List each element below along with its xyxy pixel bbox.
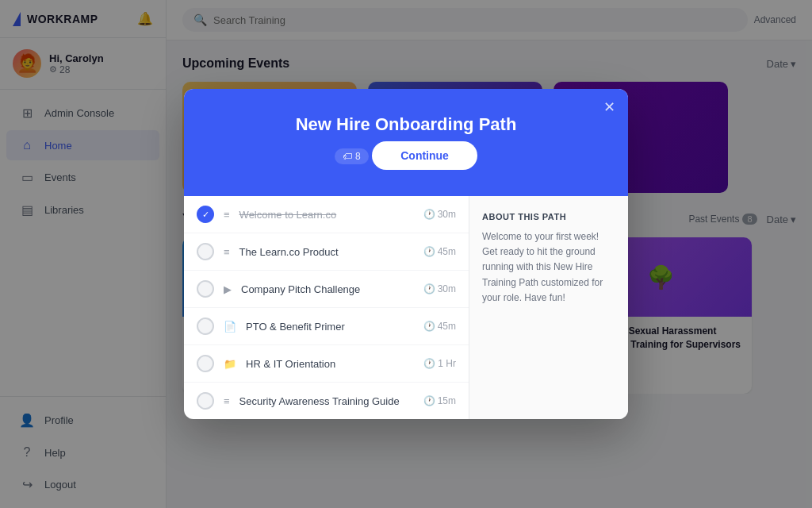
item-name: The Learn.co Product: [239, 246, 414, 258]
item-name: PTO & Benefit Primer: [246, 321, 414, 333]
modal-header: ✕ New Hire Onboarding Path 🏷 8 Continue: [184, 89, 628, 196]
item-check-icon: ✓: [197, 206, 214, 223]
item-duration: 🕐 45m: [423, 321, 456, 332]
item-check-icon: [197, 318, 214, 335]
item-name: Welcome to Learn.co: [239, 209, 414, 221]
modal-continue-button[interactable]: Continue: [372, 141, 477, 170]
modal-overlay[interactable]: ✕ New Hire Onboarding Path 🏷 8 Continue …: [0, 0, 812, 508]
play-icon: ▶: [224, 283, 232, 295]
clock-icon: 🕐: [423, 358, 435, 369]
item-name: HR & IT Orientation: [246, 358, 414, 370]
item-duration: 🕐 30m: [423, 283, 456, 294]
list-item[interactable]: 📁 HR & IT Orientation 🕐 1 Hr: [184, 345, 469, 383]
item-duration: 🕐 45m: [423, 246, 456, 257]
item-check-icon: [197, 392, 214, 410]
item-duration: 🕐 30m: [423, 209, 456, 220]
modal-close-button[interactable]: ✕: [603, 100, 615, 114]
list-item[interactable]: ▶ Company Pitch Challenge 🕐 30m: [184, 271, 469, 308]
onboarding-modal: ✕ New Hire Onboarding Path 🏷 8 Continue …: [184, 89, 628, 419]
item-name: Company Pitch Challenge: [241, 283, 414, 295]
list-icon: ≡: [224, 209, 230, 221]
doc-icon: 📄: [224, 321, 236, 333]
item-name: Security Awareness Training Guide: [239, 395, 414, 407]
list-item[interactable]: ≡ Security Awareness Training Guide 🕐 15…: [184, 383, 469, 419]
clock-icon: 🕐: [423, 321, 435, 332]
modal-title: New Hire Onboarding Path: [203, 114, 609, 135]
item-check-icon: [197, 243, 214, 260]
tag-icon: 🏷: [343, 151, 352, 162]
folder-icon: 📁: [224, 358, 236, 370]
modal-tag: 🏷 8: [335, 148, 369, 164]
item-duration: 🕐 1 Hr: [423, 358, 456, 369]
clock-icon: 🕐: [423, 209, 435, 220]
about-title: ABOUT THIS PATH: [482, 212, 615, 221]
list-item[interactable]: 📄 PTO & Benefit Primer 🕐 45m: [184, 308, 469, 345]
clock-icon: 🕐: [423, 395, 435, 406]
modal-items-list: ✓ ≡ Welcome to Learn.co 🕐 30m ≡ The Lear…: [184, 196, 469, 419]
modal-body: ✓ ≡ Welcome to Learn.co 🕐 30m ≡ The Lear…: [184, 196, 628, 419]
clock-icon: 🕐: [423, 246, 435, 257]
about-description: Welcome to your first week! Get ready to…: [482, 229, 615, 306]
item-check-icon: [197, 355, 214, 372]
item-duration: 🕐 15m: [423, 395, 456, 406]
modal-about-section: ABOUT THIS PATH Welcome to your first we…: [469, 196, 628, 419]
list-item[interactable]: ✓ ≡ Welcome to Learn.co 🕐 30m: [184, 196, 469, 233]
item-check-icon: [197, 280, 214, 298]
list-icon: ≡: [224, 395, 230, 407]
list-icon: ≡: [224, 246, 230, 258]
list-item[interactable]: ≡ The Learn.co Product 🕐 45m: [184, 233, 469, 271]
clock-icon: 🕐: [423, 283, 435, 294]
